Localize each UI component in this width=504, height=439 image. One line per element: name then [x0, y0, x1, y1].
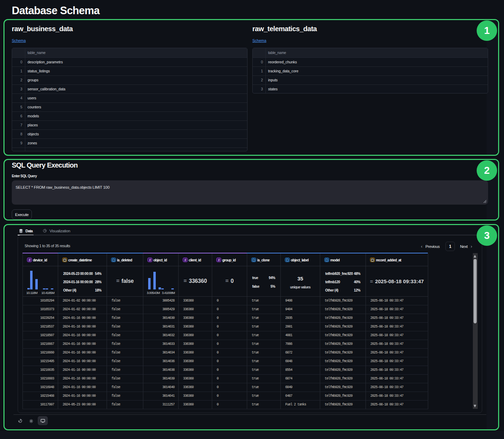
svg-text:#: #: [28, 258, 30, 262]
svg-text:#: #: [149, 258, 151, 262]
svg-text:#: #: [218, 258, 220, 262]
svg-text:#: #: [184, 258, 186, 262]
